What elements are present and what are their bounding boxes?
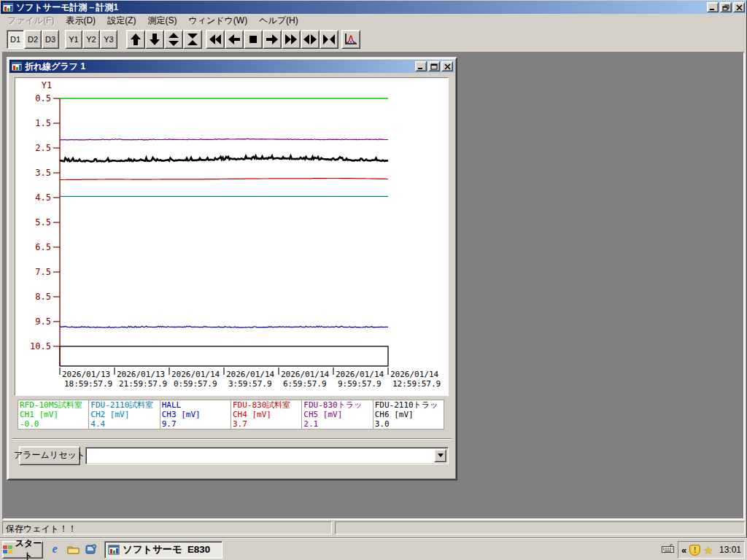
svg-text:4.5: 4.5 — [35, 192, 51, 203]
system-tray: « ! ★ 13:01 — [678, 541, 745, 559]
series-line-ch6 — [60, 156, 388, 162]
tray-chevron[interactable]: « — [681, 545, 686, 556]
svg-text:1.5: 1.5 — [35, 118, 51, 128]
graph-maximize-button[interactable] — [428, 61, 440, 71]
svg-text:9.5: 9.5 — [35, 316, 51, 327]
step-forward-icon — [265, 32, 279, 47]
toolbar-down-arrow-button[interactable] — [145, 30, 164, 49]
svg-text:2026/01/13: 2026/01/13 — [62, 370, 110, 379]
expand-vertical-icon — [166, 32, 181, 47]
legend-cell-ch3: HALLCH3 [mV]9.7 — [160, 400, 231, 429]
svg-text:Y1: Y1 — [42, 80, 52, 90]
menu-settings[interactable]: 設定(Z) — [101, 13, 142, 28]
legend-cell-ch4: FDU-830試料室CH4 [mV]3.7 — [231, 400, 302, 429]
window-title: ソフトサーモ計測－計測1 — [16, 1, 707, 14]
combobox-dropdown-button[interactable] — [434, 449, 446, 462]
svg-text:21:59:57.9: 21:59:57.9 — [119, 379, 167, 389]
series-line-ch4 — [60, 179, 388, 180]
svg-text:0.5: 0.5 — [35, 93, 51, 104]
toolbar-rewind-button[interactable] — [206, 30, 225, 49]
toolbar-up-arrow-button[interactable] — [126, 30, 145, 49]
svg-text:2.5: 2.5 — [35, 143, 51, 153]
svg-text:3.5: 3.5 — [35, 168, 51, 178]
chart-panel: 0.51.52.53.54.55.56.57.58.59.510.5Y12026… — [15, 77, 449, 396]
toolbar-collapse-vertical-button[interactable] — [183, 30, 202, 49]
outlook-express-icon[interactable] — [85, 542, 98, 556]
tray-clock: 13:01 — [719, 545, 741, 555]
graph-minimize-button[interactable] — [415, 61, 427, 71]
menu-measure[interactable]: 測定(S) — [142, 13, 182, 28]
svg-text:6.5: 6.5 — [35, 242, 51, 252]
toolbar-d1-button[interactable]: D1 — [7, 30, 24, 49]
alarm-combobox-value — [88, 450, 432, 462]
svg-text:6:59:57.9: 6:59:57.9 — [283, 379, 327, 389]
toolbar-y2-button[interactable]: Y2 — [82, 30, 100, 49]
series-line-ch3 — [60, 326, 388, 327]
svg-text:2026/01/14: 2026/01/14 — [336, 370, 384, 379]
menu-help[interactable]: ヘルプ(H) — [253, 13, 304, 28]
windows-logo-icon — [3, 545, 12, 554]
svg-text:2026/01/14: 2026/01/14 — [390, 370, 439, 379]
svg-text:2026/01/14: 2026/01/14 — [171, 370, 220, 379]
alarm-reset-button[interactable]: アラームリセット — [19, 446, 80, 465]
graph-child-window: 折れ線グラフ 1 0.51.52.53.54.55.56.57.58.59.51… — [7, 57, 457, 481]
legend-cell-ch6: FDU-2110トラッCH6 [mV]3.0 — [374, 400, 444, 429]
app-icon — [2, 2, 14, 12]
minimize-button[interactable] — [707, 2, 719, 12]
menu-view[interactable]: 表示(D) — [60, 13, 101, 28]
graph-window-title: 折れ線グラフ 1 — [25, 61, 415, 73]
collapse-vertical-icon — [185, 32, 200, 47]
svg-text:7.5: 7.5 — [35, 267, 51, 277]
svg-text:10.5: 10.5 — [30, 341, 51, 351]
graph-icon — [344, 33, 357, 46]
legend-cell-ch5: FDU-830トラッCH5 [mV]2.1 — [302, 400, 373, 429]
main-window: ソフトサーモ計測－計測1 ファイル(F)表示(D)設定(Z)測定(S)ウィンドウ… — [0, 0, 747, 560]
show-desktop-icon[interactable] — [66, 542, 80, 556]
toolbar-step-back-button[interactable] — [225, 30, 244, 49]
step-back-icon — [227, 32, 241, 47]
security-shield-icon[interactable]: ! — [689, 545, 700, 556]
toolbar-d3-button[interactable]: D3 — [42, 30, 59, 49]
chevron-down-icon — [438, 454, 444, 457]
toolbar-collapse-horizontal-button[interactable] — [320, 30, 338, 49]
taskbar: スタート e ソフトサーモ E830 — [0, 538, 747, 560]
svg-text:2026/01/14: 2026/01/14 — [226, 370, 275, 379]
close-button[interactable] — [733, 2, 745, 12]
menu-file: ファイル(F) — [1, 13, 60, 28]
taskbar-app-button[interactable]: ソフトサーモ E830 — [104, 541, 222, 559]
rewind-icon — [208, 32, 222, 47]
alarm-row: アラームリセット — [19, 446, 449, 465]
graph-window-icon — [11, 61, 23, 71]
restore-button[interactable] — [720, 2, 732, 12]
stop-icon — [246, 32, 260, 47]
toolbar-y3-button[interactable]: Y3 — [100, 30, 117, 49]
keyboard-tray-icon[interactable] — [662, 544, 674, 553]
separator — [12, 438, 452, 440]
expand-horizontal-icon — [303, 32, 317, 47]
alarm-combobox[interactable] — [85, 447, 449, 464]
toolbar-stop-button[interactable] — [244, 30, 263, 49]
menu-window[interactable]: ウィンドウ(W) — [182, 13, 253, 28]
start-button[interactable]: スタート — [2, 541, 43, 559]
star-tray-icon[interactable]: ★ — [703, 545, 713, 556]
toolbar-expand-horizontal-button[interactable] — [301, 30, 320, 49]
up-arrow-icon — [128, 32, 143, 47]
channel-legend: RFD-10MS試料室CH1 [mV]-0.0FDU-2110試料室CH2 [m… — [18, 400, 444, 429]
toolbar-fast-forward-button[interactable] — [282, 30, 301, 49]
toolbar-d2-button[interactable]: D2 — [24, 30, 42, 49]
statusbar: 保存ウェイト！！ — [1, 520, 746, 536]
toolbar-expand-vertical-button[interactable] — [164, 30, 183, 49]
status-message-pane: 保存ウェイト！！ — [2, 521, 332, 534]
toolbar-graph-button[interactable] — [341, 30, 360, 49]
line-chart: 0.51.52.53.54.55.56.57.58.59.510.5Y12026… — [15, 78, 448, 395]
graph-close-button[interactable] — [441, 61, 453, 71]
internet-explorer-icon[interactable]: e — [48, 542, 61, 556]
toolbar-step-forward-button[interactable] — [263, 30, 282, 49]
svg-text:2026/01/13: 2026/01/13 — [117, 370, 165, 379]
status-secondary-pane — [335, 521, 745, 534]
menubar: ファイル(F)表示(D)設定(Z)測定(S)ウィンドウ(W)ヘルプ(H) — [1, 14, 746, 28]
series-line-ch5 — [60, 139, 388, 140]
svg-text:2026/01/14: 2026/01/14 — [281, 370, 330, 379]
toolbar-y1-button[interactable]: Y1 — [65, 30, 82, 49]
svg-text:5.5: 5.5 — [35, 217, 51, 228]
